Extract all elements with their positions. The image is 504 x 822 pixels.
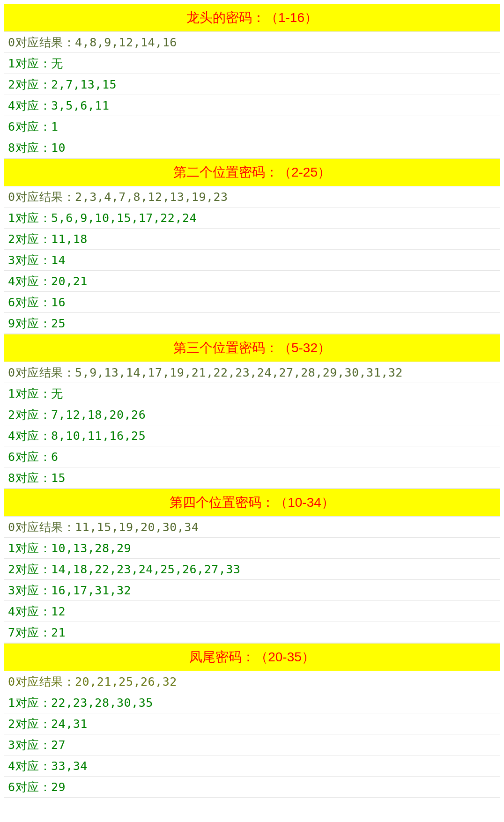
section-4: 第四个位置密码：（10-34） 0对应结果：11,15,19,20,30,34 …	[4, 489, 500, 643]
table-row: 4对应：20,21	[4, 271, 500, 292]
table-row: 1对应：无	[4, 383, 500, 404]
table-row: 1对应：5,6,9,10,15,17,22,24	[4, 207, 500, 229]
section-header: 凤尾密码：（20-35）	[4, 643, 500, 671]
table-row: 3对应：27	[4, 734, 500, 755]
section-header: 第四个位置密码：（10-34）	[4, 489, 500, 517]
table-row: 2对应：11,18	[4, 229, 500, 250]
section-1: 龙头的密码：（1-16） 0对应结果：4,8,9,12,14,16 1对应：无 …	[4, 4, 500, 158]
section-5: 凤尾密码：（20-35） 0对应结果：20,21,25,26,32 1对应：22…	[4, 643, 500, 798]
section-header: 龙头的密码：（1-16）	[4, 4, 500, 32]
table-row: 1对应：无	[4, 53, 500, 74]
table-row: 0对应结果：4,8,9,12,14,16	[4, 32, 500, 53]
table-row: 4对应：33,34	[4, 755, 500, 777]
table-row: 1对应：10,13,28,29	[4, 538, 500, 559]
table-row: 0对应结果：2,3,4,7,8,12,13,19,23	[4, 186, 500, 207]
section-2: 第二个位置密码：（2-25） 0对应结果：2,3,4,7,8,12,13,19,…	[4, 158, 500, 334]
section-3: 第三个位置密码：（5-32） 0对应结果：5,9,13,14,17,19,21,…	[4, 334, 500, 489]
table-row: 2对应：7,12,18,20,26	[4, 404, 500, 425]
table-row: 6对应：1	[4, 116, 500, 137]
table-row: 8对应：15	[4, 467, 500, 489]
section-header: 第二个位置密码：（2-25）	[4, 158, 500, 186]
table-row: 7对应：21	[4, 622, 500, 643]
table-row: 3对应：14	[4, 250, 500, 271]
table-row: 2对应：14,18,22,23,24,25,26,27,33	[4, 559, 500, 580]
table-row: 6对应：29	[4, 777, 500, 798]
table-row: 9对应：25	[4, 313, 500, 334]
table-row: 3对应：16,17,31,32	[4, 580, 500, 601]
table-row: 4对应：3,5,6,11	[4, 95, 500, 116]
table-row: 2对应：2,7,13,15	[4, 74, 500, 95]
table-row: 0对应结果：11,15,19,20,30,34	[4, 517, 500, 538]
table-row: 0对应结果：20,21,25,26,32	[4, 671, 500, 692]
table-row: 2对应：24,31	[4, 713, 500, 734]
table-row: 4对应：12	[4, 601, 500, 622]
table-row: 8对应：10	[4, 137, 500, 158]
section-header: 第三个位置密码：（5-32）	[4, 334, 500, 362]
table-row: 4对应：8,10,11,16,25	[4, 425, 500, 446]
table-row: 6对应：6	[4, 446, 500, 467]
table-row: 6对应：16	[4, 292, 500, 313]
table-row: 0对应结果：5,9,13,14,17,19,21,22,23,24,27,28,…	[4, 362, 500, 383]
table-row: 1对应：22,23,28,30,35	[4, 692, 500, 713]
